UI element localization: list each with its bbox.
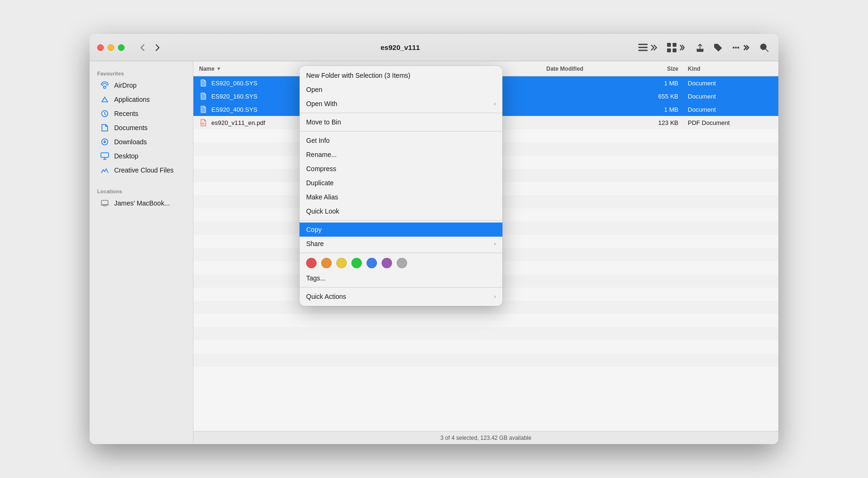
search-button[interactable] — [758, 41, 771, 54]
menu-tags-row — [300, 255, 502, 271]
share-button[interactable] — [693, 41, 707, 54]
svg-rect-2 — [638, 49, 648, 51]
svg-point-8 — [733, 47, 734, 48]
svg-text:PDF: PDF — [201, 123, 205, 125]
desktop-label: Desktop — [114, 152, 138, 160]
chevron-right-icon: › — [494, 240, 496, 247]
airdrop-label: AirDrop — [114, 82, 136, 89]
svg-rect-3 — [667, 43, 671, 47]
menu-separator — [300, 220, 502, 221]
sidebar: Favourites AirDrop Applicatio — [90, 61, 193, 444]
sidebar-item-documents[interactable]: Documents — [92, 121, 190, 135]
tag-orange[interactable] — [321, 258, 332, 268]
context-menu-copy[interactable]: Copy — [300, 223, 502, 237]
status-text: 3 of 4 selected, 123.42 GB available — [441, 435, 532, 441]
context-menu-duplicate[interactable]: Duplicate — [300, 176, 502, 190]
menu-separator — [300, 253, 502, 253]
sidebar-item-airdrop[interactable]: AirDrop — [92, 78, 190, 92]
title-bar: es920_v111 — [90, 34, 778, 61]
sidebar-item-downloads[interactable]: Downloads — [92, 135, 190, 149]
list-view-button[interactable] — [636, 41, 660, 54]
sidebar-item-creative-cloud[interactable]: Creative Cloud Files — [92, 163, 190, 177]
chevron-right-icon: › — [494, 293, 496, 300]
sys-file-icon — [199, 92, 208, 100]
forward-button[interactable] — [151, 41, 164, 54]
context-menu-open[interactable]: Open — [300, 82, 502, 97]
status-bar: 3 of 4 selected, 123.42 GB available — [193, 431, 778, 444]
close-button[interactable] — [97, 44, 104, 51]
nav-buttons — [136, 41, 164, 54]
window-title: es920_v111 — [170, 43, 631, 51]
menu-separator — [300, 287, 502, 288]
table-row-empty — [193, 340, 778, 354]
recents-label: Recents — [114, 110, 138, 117]
context-menu: New Folder with Selection (3 Items) Open… — [300, 66, 502, 306]
tag-red[interactable] — [306, 258, 317, 268]
desktop-icon — [100, 151, 109, 161]
recents-icon — [100, 109, 109, 118]
svg-rect-15 — [101, 153, 108, 157]
size-column-header[interactable]: Size — [641, 66, 688, 72]
sidebar-item-recents[interactable]: Recents — [92, 107, 190, 121]
back-button[interactable] — [136, 41, 149, 54]
tag-gray[interactable] — [397, 258, 407, 268]
maximize-button[interactable] — [118, 44, 125, 51]
svg-point-7 — [716, 45, 717, 47]
context-menu-make-alias[interactable]: Make Alias — [300, 190, 502, 204]
context-menu-share[interactable]: Share › — [300, 237, 502, 251]
airdrop-icon — [100, 81, 109, 90]
sidebar-item-applications[interactable]: Applications — [92, 92, 190, 107]
svg-rect-1 — [638, 47, 648, 48]
window-controls — [97, 44, 125, 51]
table-row-empty — [193, 327, 778, 340]
creative-cloud-icon — [100, 165, 109, 175]
context-menu-compress[interactable]: Compress — [300, 162, 502, 176]
pdf-file-icon: PDF — [199, 118, 208, 127]
downloads-label: Downloads — [114, 138, 147, 146]
file-area: Name ▼ Date Modified Size Kind — [193, 61, 778, 444]
minimize-button[interactable] — [108, 44, 114, 51]
svg-point-9 — [735, 47, 737, 48]
context-menu-open-with[interactable]: Open With › — [300, 97, 502, 111]
sys-file-icon — [199, 79, 208, 87]
context-menu-move-to-bin[interactable]: Move to Bin — [300, 115, 502, 129]
svg-rect-6 — [673, 48, 676, 52]
date-column-header[interactable]: Date Modified — [546, 66, 641, 72]
svg-rect-16 — [101, 200, 108, 205]
toolbar-right — [636, 41, 771, 54]
menu-separator — [300, 131, 502, 132]
creative-cloud-label: Creative Cloud Files — [114, 166, 174, 174]
svg-point-10 — [738, 47, 739, 48]
context-menu-tags[interactable]: Tags... — [300, 271, 502, 285]
grid-view-button[interactable] — [665, 41, 689, 54]
sys-file-icon — [199, 105, 208, 114]
kind-column-header[interactable]: Kind — [688, 66, 773, 72]
downloads-icon — [100, 137, 109, 147]
tag-purple[interactable] — [382, 258, 392, 268]
context-menu-new-folder[interactable]: New Folder with Selection (3 Items) — [300, 68, 502, 82]
context-menu-quick-actions[interactable]: Quick Actions › — [300, 289, 502, 304]
tag-green[interactable] — [351, 258, 362, 268]
svg-rect-5 — [667, 48, 671, 52]
sidebar-item-desktop[interactable]: Desktop — [92, 149, 190, 163]
context-menu-quick-look[interactable]: Quick Look — [300, 204, 502, 218]
documents-icon — [100, 123, 109, 132]
sidebar-item-macbook[interactable]: James' MacBook... — [92, 196, 190, 210]
favourites-label: Favourites — [90, 67, 193, 78]
sort-arrow: ▼ — [217, 66, 221, 71]
locations-label: Locations — [90, 185, 193, 196]
finder-window: es920_v111 — [90, 34, 778, 444]
context-menu-rename[interactable]: Rename... — [300, 148, 502, 162]
tag-button[interactable] — [711, 41, 725, 54]
more-button[interactable] — [729, 41, 753, 54]
tag-blue[interactable] — [367, 258, 377, 268]
chevron-right-icon: › — [494, 100, 496, 107]
svg-rect-0 — [638, 43, 648, 45]
documents-label: Documents — [114, 124, 148, 132]
table-row-empty — [193, 354, 778, 367]
context-menu-get-info[interactable]: Get Info — [300, 133, 502, 148]
table-row-empty — [193, 314, 778, 327]
tag-yellow[interactable] — [336, 258, 347, 268]
applications-icon — [100, 95, 109, 104]
svg-rect-4 — [673, 43, 676, 47]
